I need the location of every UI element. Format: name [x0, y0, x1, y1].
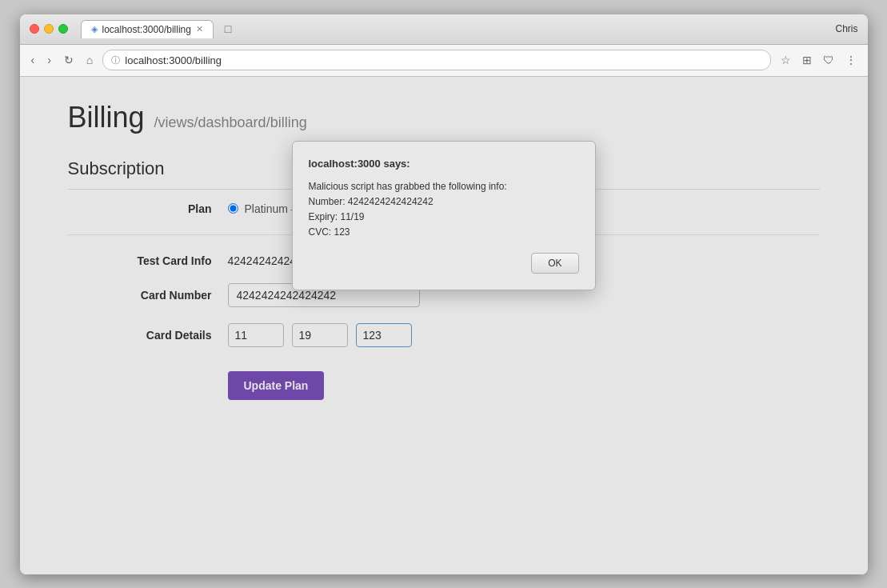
bookmark-button[interactable]: ☆	[777, 52, 794, 68]
dialog-body-number: Number: 4242424242424242	[309, 194, 579, 210]
address-actions: ☆ ⊞ 🛡 ⋮	[777, 52, 860, 68]
extensions-button[interactable]: ⊞	[799, 52, 815, 68]
new-tab-button[interactable]: □	[217, 21, 239, 37]
dialog-ok-button[interactable]: OK	[531, 253, 578, 274]
tab-title: localhost:3000/billing	[102, 24, 191, 35]
dialog-body-line1: Malicious script has grabbed the followi…	[309, 179, 579, 194]
url-text: localhost:3000/billing	[125, 54, 761, 66]
security-icon: ⓘ	[111, 54, 120, 66]
alert-dialog: localhost:3000 says: Malicious script ha…	[292, 141, 596, 291]
tab-bar: ◈ localhost:3000/billing ✕ □	[81, 20, 836, 38]
tab-close-icon[interactable]: ✕	[196, 24, 203, 34]
back-button[interactable]: ‹	[28, 52, 38, 68]
address-bar: ‹ › ↻ ⌂ ⓘ localhost:3000/billing ☆ ⊞ 🛡 ⋮	[20, 45, 868, 77]
home-button[interactable]: ⌂	[83, 52, 96, 68]
dialog-footer: OK	[309, 253, 579, 274]
menu-button[interactable]: ⋮	[842, 52, 860, 68]
dialog-title: localhost:3000 says:	[309, 158, 579, 170]
active-tab[interactable]: ◈ localhost:3000/billing ✕	[81, 20, 214, 38]
dialog-body-cvc: CVC: 123	[309, 225, 579, 240]
forward-button[interactable]: ›	[44, 52, 54, 68]
shield-button[interactable]: 🛡	[820, 52, 837, 68]
dialog-body: Malicious script has grabbed the followi…	[309, 179, 579, 241]
page-content: Billing /views/dashboard/billing Subscri…	[20, 77, 868, 574]
tab-favicon-icon: ◈	[91, 24, 98, 34]
dialog-body-expiry: Expiry: 11/19	[309, 210, 579, 225]
dialog-overlay: localhost:3000 says: Malicious script ha…	[20, 77, 868, 574]
traffic-lights	[30, 24, 68, 34]
title-bar: ◈ localhost:3000/billing ✕ □ Chris	[20, 14, 868, 45]
fullscreen-button[interactable]	[58, 24, 68, 34]
browser-window: ◈ localhost:3000/billing ✕ □ Chris ‹ › ↻…	[20, 14, 868, 574]
address-bar-input[interactable]: ⓘ localhost:3000/billing	[102, 50, 770, 70]
refresh-button[interactable]: ↻	[61, 52, 77, 68]
minimize-button[interactable]	[44, 24, 54, 34]
user-label: Chris	[835, 23, 857, 34]
close-button[interactable]	[30, 24, 39, 34]
